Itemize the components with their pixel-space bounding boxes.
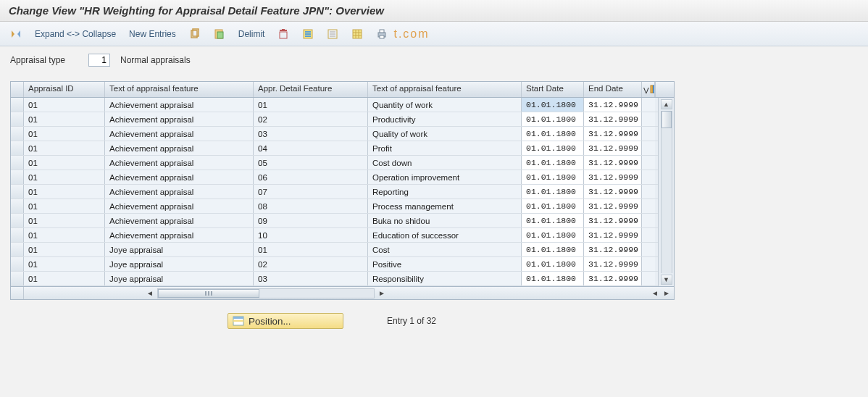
cell-text1[interactable]: Achievement appraisal xyxy=(105,170,254,184)
table-row[interactable]: 01Achievement appraisal05Cost down01.01.… xyxy=(11,156,658,170)
cell-appraisal-id[interactable]: 01 xyxy=(24,127,105,141)
cell-appraisal-id[interactable]: 01 xyxy=(24,199,105,213)
cell-end-date[interactable]: 31.12.9999 xyxy=(584,127,642,141)
cell-text1[interactable]: Achievement appraisal xyxy=(105,112,254,126)
cell-end-date[interactable]: 31.12.9999 xyxy=(584,214,642,227)
cell-detail[interactable]: 05 xyxy=(254,156,368,170)
row-selector[interactable] xyxy=(11,243,24,256)
position-button[interactable]: Position... xyxy=(228,313,343,329)
copy-selected-icon[interactable] xyxy=(211,26,228,42)
scroll-up-arrow[interactable]: ▲ xyxy=(661,99,672,109)
new-entries-button[interactable]: New Entries xyxy=(126,26,179,42)
table-row[interactable]: 01Joye appraisal03Responsibility01.01.18… xyxy=(11,272,658,286)
scroll-left-arrow[interactable]: ◄ xyxy=(144,288,156,298)
row-selector[interactable] xyxy=(11,228,24,242)
cell-end-date[interactable]: 31.12.9999 xyxy=(584,199,642,213)
cell-appraisal-id[interactable]: 01 xyxy=(24,112,105,126)
hscroll-track[interactable] xyxy=(157,288,375,298)
cell-detail[interactable]: 03 xyxy=(254,272,368,285)
cell-detail[interactable]: 06 xyxy=(254,170,368,184)
cell-text2[interactable]: Profit xyxy=(368,141,522,155)
cell-text1[interactable]: Achievement appraisal xyxy=(105,185,254,198)
vscroll-thumb[interactable] xyxy=(662,111,672,128)
cell-text2[interactable]: Cost xyxy=(368,243,522,256)
cell-appraisal-id[interactable]: 01 xyxy=(24,228,105,242)
column-config-icon[interactable] xyxy=(649,84,655,94)
table-row[interactable]: 01Achievement appraisal10Education of su… xyxy=(11,228,658,243)
row-selector[interactable] xyxy=(11,156,24,170)
scroll-down-arrow[interactable]: ▼ xyxy=(661,275,672,285)
hscroll-thumb[interactable] xyxy=(158,289,259,298)
cell-start-date[interactable]: 01.01.1800 xyxy=(522,98,584,112)
cell-detail[interactable]: 07 xyxy=(254,185,368,198)
copy-icon[interactable] xyxy=(186,26,204,42)
scroll-left-end-arrow[interactable]: ◄ xyxy=(649,288,661,298)
cell-detail[interactable]: 04 xyxy=(254,141,368,155)
expand-collapse-button[interactable]: Expand <-> Collapse xyxy=(32,26,119,42)
cell-text2[interactable]: Positive xyxy=(368,257,522,271)
table-row[interactable]: 01Achievement appraisal09Buka no shidou0… xyxy=(11,214,658,228)
select-all-icon[interactable] xyxy=(299,26,317,42)
cell-start-date[interactable]: 01.01.1800 xyxy=(522,170,584,184)
cell-start-date[interactable]: 01.01.1800 xyxy=(522,199,584,213)
cell-start-date[interactable]: 01.01.1800 xyxy=(522,228,584,242)
cell-detail[interactable]: 09 xyxy=(254,214,368,227)
cell-text1[interactable]: Achievement appraisal xyxy=(105,127,254,141)
col-header-text2[interactable]: Text of appraisal feature xyxy=(368,82,522,97)
cell-start-date[interactable]: 01.01.1800 xyxy=(522,257,584,271)
row-selector[interactable] xyxy=(11,185,24,198)
cell-end-date[interactable]: 31.12.9999 xyxy=(584,243,642,256)
table-row[interactable]: 01Achievement appraisal02Productivity01.… xyxy=(11,112,658,127)
cell-end-date[interactable]: 31.12.9999 xyxy=(584,156,642,170)
cell-end-date[interactable]: 31.12.9999 xyxy=(584,170,642,184)
cell-appraisal-id[interactable]: 01 xyxy=(24,257,105,271)
cell-text2[interactable]: Productivity xyxy=(368,112,522,126)
row-selector[interactable] xyxy=(11,170,24,184)
cell-start-date[interactable]: 01.01.1800 xyxy=(522,156,584,170)
row-selector[interactable] xyxy=(11,257,24,271)
cell-end-date[interactable]: 31.12.9999 xyxy=(584,228,642,242)
row-selector[interactable] xyxy=(11,98,24,112)
col-header-start[interactable]: Start Date xyxy=(522,82,584,97)
cell-end-date[interactable]: 31.12.9999 xyxy=(584,257,642,271)
cell-text1[interactable]: Joye appraisal xyxy=(105,257,254,271)
cell-text1[interactable]: Achievement appraisal xyxy=(105,199,254,213)
cell-appraisal-id[interactable]: 01 xyxy=(24,243,105,256)
cell-text1[interactable]: Joye appraisal xyxy=(105,272,254,285)
scroll-right-arrow[interactable]: ► xyxy=(376,288,388,298)
delimit-button[interactable]: Delimit xyxy=(235,26,268,42)
cell-text2[interactable]: Reporting xyxy=(368,185,522,198)
toggle-icon[interactable] xyxy=(7,26,25,42)
cell-detail[interactable]: 08 xyxy=(254,199,368,213)
delete-icon[interactable] xyxy=(275,26,292,42)
cell-detail[interactable]: 01 xyxy=(254,98,368,112)
row-selector[interactable] xyxy=(11,272,24,285)
cell-end-date[interactable]: 31.12.9999 xyxy=(584,141,642,155)
table-row[interactable]: 01Achievement appraisal03Quality of work… xyxy=(11,127,658,141)
cell-text2[interactable]: Quality of work xyxy=(368,127,522,141)
cell-end-date[interactable]: 31.12.9999 xyxy=(584,112,642,126)
table-row[interactable]: 01Achievement appraisal01Quantity of wor… xyxy=(11,98,658,112)
cell-end-date[interactable]: 31.12.9999 xyxy=(584,272,642,285)
cell-text1[interactable]: Achievement appraisal xyxy=(105,156,254,170)
row-selector[interactable] xyxy=(11,214,24,227)
cell-detail[interactable]: 01 xyxy=(254,243,368,256)
cell-text2[interactable]: Responsibility xyxy=(368,272,522,285)
cell-start-date[interactable]: 01.01.1800 xyxy=(522,112,584,126)
row-selector-header[interactable] xyxy=(11,82,24,97)
cell-start-date[interactable]: 01.01.1800 xyxy=(522,141,584,155)
row-selector[interactable] xyxy=(11,199,24,213)
cell-text1[interactable]: Achievement appraisal xyxy=(105,141,254,155)
table-row[interactable]: 01Achievement appraisal08Process managem… xyxy=(11,199,658,214)
cell-text1[interactable]: Joye appraisal xyxy=(105,243,254,256)
cell-appraisal-id[interactable]: 01 xyxy=(24,141,105,155)
cell-text2[interactable]: Buka no shidou xyxy=(368,214,522,227)
col-header-detail[interactable]: Appr. Detail Feature xyxy=(254,82,368,97)
row-selector[interactable] xyxy=(11,112,24,126)
cell-appraisal-id[interactable]: 01 xyxy=(24,272,105,285)
cell-text2[interactable]: Quantity of work xyxy=(368,98,522,112)
cell-end-date[interactable]: 31.12.9999 xyxy=(584,185,642,198)
table-row[interactable]: 01Achievement appraisal04Profit01.01.180… xyxy=(11,141,658,156)
cell-start-date[interactable]: 01.01.1800 xyxy=(522,214,584,227)
deselect-all-icon[interactable] xyxy=(324,26,341,42)
